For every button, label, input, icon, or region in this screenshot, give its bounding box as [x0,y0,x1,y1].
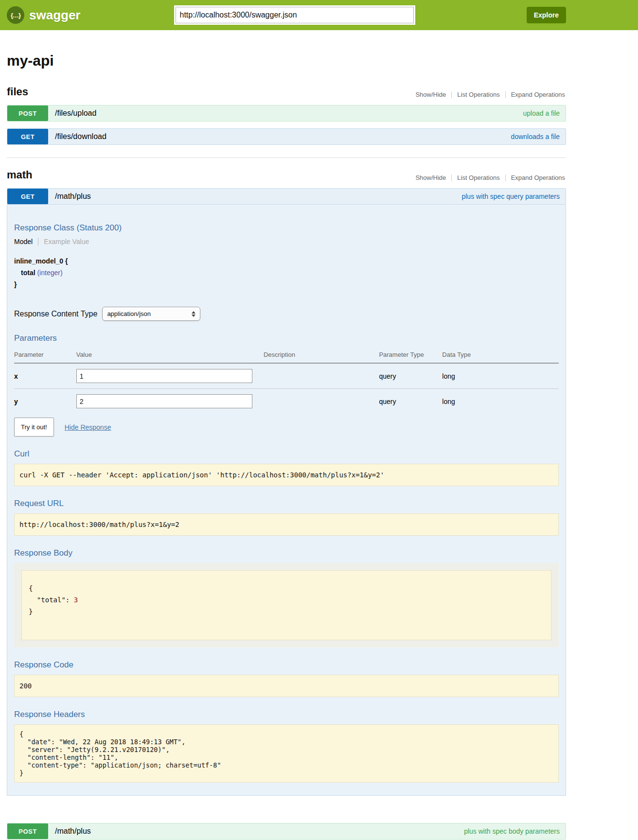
operation-summary-link[interactable]: downloads a file [511,129,560,144]
json-number-value: 3 [74,596,78,604]
col-value: Value [76,348,264,363]
curl-command: curl -X GET --header 'Accept: applicatio… [14,464,559,486]
parameter-data-type: long [442,389,559,414]
parameter-y-input[interactable] [76,394,252,408]
operation-summary-link[interactable]: plus with spec query parameters [461,189,560,204]
model-open: inline_model_0 { [14,255,559,267]
operation-row-post-math-plus[interactable]: POST /math/plus plus with spec body para… [7,823,566,840]
operation-row-get-math-plus[interactable]: GET /math/plus plus with spec query para… [7,188,566,205]
parameters-heading: Parameters [14,333,559,343]
show-hide-link[interactable]: Show/Hide [410,175,451,181]
response-headers-heading: Response Headers [14,710,559,719]
get-method-badge: GET [7,129,48,144]
response-code-heading: Response Code [14,660,559,670]
post-method-badge: POST [7,105,48,121]
parameter-row-y: y query long [14,389,559,414]
parameter-x-input[interactable] [76,369,252,383]
json-total-line: "total": 3 [29,596,78,604]
model-property-type: (integer) [37,269,62,277]
operation-path[interactable]: /math/plus [55,189,91,204]
response-code-value: 200 [14,675,559,697]
page-title: my-api [7,52,566,69]
response-content-type-select[interactable]: application/json [102,307,200,321]
model-close: } [14,279,559,290]
operation-row-post-files-upload[interactable]: POST /files/upload upload a file [7,105,566,122]
operation-summary-link[interactable]: plus with spec body parameters [464,823,560,839]
json-close-brace: } [29,608,33,615]
parameter-description [264,389,379,414]
response-body-container: { "total": 3 } [14,563,559,648]
post-method-badge: POST [7,823,48,839]
parameter-data-type: long [442,363,559,389]
request-url-heading: Request URL [14,499,559,508]
col-description: Description [264,348,379,363]
resource-divider [7,158,566,158]
parameter-type: query [379,389,442,414]
parameter-row-x: x query long [14,363,559,389]
try-it-out-button[interactable]: Try it out! [14,418,54,437]
col-data-type: Data Type [442,348,559,363]
model-signature: inline_model_0 { total (integer) } [14,255,559,290]
expand-operations-link[interactable]: Expand Operations [505,175,566,181]
operation-path[interactable]: /math/plus [55,823,91,839]
swagger-logo-icon: {…} [7,6,24,24]
explore-button[interactable]: Explore [527,7,566,23]
show-hide-link[interactable]: Show/Hide [410,91,451,98]
expand-operations-link[interactable]: Expand Operations [505,91,566,98]
response-body-json: { "total": 3 } [21,570,551,640]
curl-heading: Curl [14,449,559,459]
resource-math-name[interactable]: math [7,169,33,181]
get-method-badge: GET [7,189,48,204]
response-body-heading: Response Body [14,548,559,558]
operation-row-get-files-download[interactable]: GET /files/download downloads a file [7,128,566,145]
selected-content-type: application/json [107,310,151,317]
select-arrows-icon [192,311,195,317]
top-bar: {…} swagger Explore [0,0,638,30]
swagger-brand[interactable]: {…} swagger [7,6,81,24]
response-class-heading: Response Class (Status 200) [14,223,559,233]
response-content-type-label: Response Content Type [14,310,97,318]
model-property-name: total [21,269,35,277]
tab-example-value[interactable]: Example Value [38,238,89,245]
operation-summary-link[interactable]: upload a file [523,105,560,121]
list-operations-link[interactable]: List Operations [451,91,505,98]
resource-files: files Show/Hide List Operations Expand O… [7,86,566,145]
operation-detail-panel: Response Class (Status 200) Model Exampl… [7,205,566,796]
response-headers-json: { "date": "Wed, 22 Aug 2018 18:49:13 GMT… [14,724,559,783]
resource-math: math Show/Hide List Operations Expand Op… [7,169,566,840]
parameter-name: x [14,363,76,389]
parameter-type: query [379,363,442,389]
parameter-name: y [14,389,76,414]
request-url-value: http://localhost:3000/math/plus?x=1&y=2 [14,513,559,536]
list-operations-link[interactable]: List Operations [451,175,505,181]
parameter-description [264,363,379,389]
json-open-brace: { [29,584,33,592]
swagger-url-input[interactable] [176,7,414,23]
operation-path[interactable]: /files/upload [55,105,96,121]
col-parameter-type: Parameter Type [379,348,442,363]
resource-files-name[interactable]: files [7,86,28,98]
hide-response-link[interactable]: Hide Response [65,423,111,431]
tab-model[interactable]: Model [14,238,38,245]
brand-title: swagger [29,8,81,23]
operation-path[interactable]: /files/download [55,129,106,144]
parameters-table: Parameter Value Description Parameter Ty… [14,348,559,414]
col-parameter: Parameter [14,348,76,363]
